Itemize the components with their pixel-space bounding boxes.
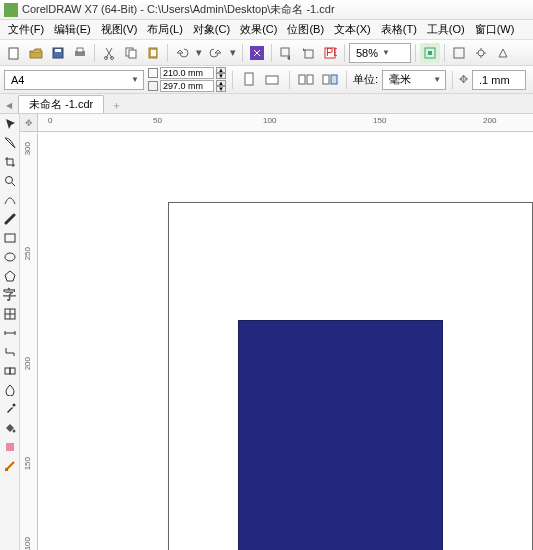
eyedropper-tool[interactable] [2, 401, 18, 417]
print-button[interactable] [70, 43, 90, 63]
fullscreen-button[interactable] [420, 43, 440, 63]
down-icon[interactable]: ▼ [216, 73, 226, 79]
down-icon[interactable]: ▼ [216, 86, 226, 92]
transparency-tool[interactable] [2, 382, 18, 398]
page-dimensions: 210.0 mm ▲▼ 297.0 mm ▲▼ [148, 67, 226, 92]
ruler-horizontal[interactable]: 0 50 100 150 200 [38, 114, 533, 132]
svg-rect-19 [245, 73, 253, 85]
shape-tool[interactable] [2, 135, 18, 151]
svg-rect-8 [129, 50, 136, 58]
toolbox: 字 [0, 114, 20, 550]
smart-fill-tool[interactable] [2, 439, 18, 455]
svg-rect-17 [454, 48, 464, 58]
menu-tools[interactable]: 工具(O) [423, 20, 469, 39]
menu-table[interactable]: 表格(T) [377, 20, 421, 39]
units-label: 单位: [353, 72, 378, 87]
artistic-media-tool[interactable] [2, 211, 18, 227]
menu-layout[interactable]: 布局(L) [143, 20, 186, 39]
svg-rect-2 [55, 49, 61, 52]
document-tabbar: ◀ 未命名 -1.cdr ＋ [0, 94, 533, 114]
freehand-tool[interactable] [2, 192, 18, 208]
zoom-value: 58% [356, 47, 378, 59]
export-button[interactable] [298, 43, 318, 63]
menu-edit[interactable]: 编辑(E) [50, 20, 95, 39]
separator [94, 44, 95, 62]
paste-button[interactable] [143, 43, 163, 63]
pick-tool[interactable] [2, 116, 18, 132]
snap-button[interactable] [449, 43, 469, 63]
ruler-vertical[interactable]: 300 250 200 150 100 [20, 132, 38, 550]
standard-toolbar: ▾ ▾ PDF 58% ▼ [0, 40, 533, 66]
separator [452, 71, 453, 89]
workspace: 字 ✥ 0 50 100 150 200 300 250 200 150 100 [0, 114, 533, 550]
redo-dropdown-icon[interactable]: ▾ [228, 43, 238, 63]
svg-rect-30 [10, 368, 15, 374]
current-page-button[interactable] [320, 70, 340, 90]
dimension-tool[interactable] [2, 325, 18, 341]
tab-prev-icon[interactable]: ◀ [2, 97, 16, 113]
menu-effects[interactable]: 效果(C) [236, 20, 281, 39]
page-width-value[interactable]: 210.0 mm [160, 67, 214, 79]
svg-point-31 [12, 404, 15, 407]
ruler-corner[interactable]: ✥ [20, 114, 38, 132]
separator [242, 44, 243, 62]
svg-rect-20 [266, 76, 278, 84]
menu-bitmaps[interactable]: 位图(B) [283, 20, 328, 39]
portrait-button[interactable] [239, 70, 259, 90]
svg-rect-26 [5, 234, 15, 242]
undo-dropdown-icon[interactable]: ▾ [194, 43, 204, 63]
ruler-v-label: 200 [23, 357, 32, 370]
fill-tool[interactable] [2, 420, 18, 436]
blend-tool[interactable] [2, 363, 18, 379]
tab-doc1[interactable]: 未命名 -1.cdr [18, 95, 104, 113]
spinner-buttons[interactable]: ▲▼ [216, 67, 226, 79]
menu-file[interactable]: 文件(F) [4, 20, 48, 39]
all-pages-button[interactable] [296, 70, 316, 90]
menu-object[interactable]: 对象(C) [189, 20, 234, 39]
drawn-rectangle[interactable] [238, 320, 443, 550]
separator [415, 44, 416, 62]
landscape-button[interactable] [263, 70, 283, 90]
open-button[interactable] [26, 43, 46, 63]
text-tool[interactable]: 字 [2, 287, 18, 303]
save-button[interactable] [48, 43, 68, 63]
canvas[interactable] [38, 132, 533, 550]
copy-button[interactable] [121, 43, 141, 63]
outline-tool[interactable] [2, 458, 18, 474]
page-height-value[interactable]: 297.0 mm [160, 80, 214, 92]
undo-button[interactable] [172, 43, 192, 63]
publish-pdf-button[interactable]: PDF [320, 43, 340, 63]
units-combo[interactable]: 毫米 ▼ [382, 70, 446, 90]
rectangle-tool[interactable] [2, 230, 18, 246]
crop-tool[interactable] [2, 154, 18, 170]
zoom-tool[interactable] [2, 173, 18, 189]
ruler-h-label: 100 [263, 116, 276, 125]
svg-rect-21 [299, 75, 305, 84]
page-width-spinner[interactable]: 210.0 mm ▲▼ [148, 67, 226, 79]
connector-tool[interactable] [2, 344, 18, 360]
zoom-combo[interactable]: 58% ▼ [349, 43, 411, 63]
redo-button[interactable] [206, 43, 226, 63]
menu-window[interactable]: 窗口(W) [471, 20, 519, 39]
ruler-v-label: 250 [23, 247, 32, 260]
ruler-v-label: 300 [23, 142, 32, 155]
spinner-buttons[interactable]: ▲▼ [216, 80, 226, 92]
tab-add-button[interactable]: ＋ [108, 97, 124, 113]
nudge-field[interactable]: .1 mm [472, 70, 526, 90]
menu-view[interactable]: 视图(V) [97, 20, 142, 39]
separator [444, 44, 445, 62]
options-button[interactable] [471, 43, 491, 63]
import-button[interactable] [276, 43, 296, 63]
search-content-button[interactable] [247, 43, 267, 63]
table-tool[interactable] [2, 306, 18, 322]
svg-point-18 [478, 50, 484, 56]
pagesize-combo[interactable]: A4 ▼ [4, 70, 144, 90]
launch-button[interactable] [493, 43, 513, 63]
menu-text[interactable]: 文本(X) [330, 20, 375, 39]
new-button[interactable] [4, 43, 24, 63]
cut-button[interactable] [99, 43, 119, 63]
svg-text:PDF: PDF [326, 46, 337, 58]
ellipse-tool[interactable] [2, 249, 18, 265]
polygon-tool[interactable] [2, 268, 18, 284]
page-height-spinner[interactable]: 297.0 mm ▲▼ [148, 80, 226, 92]
